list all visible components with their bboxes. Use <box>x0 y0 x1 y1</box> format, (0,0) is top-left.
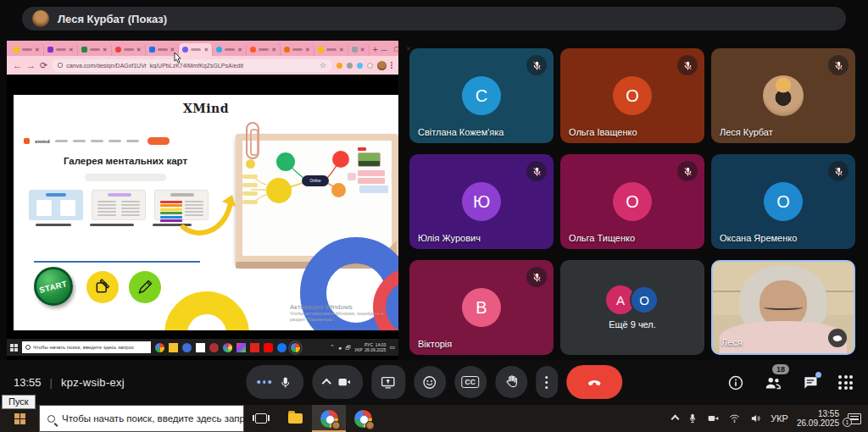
search-placeholder: Чтобы начать поиск, введите здесь запрос <box>62 413 255 424</box>
shared-taskbar-icon <box>223 343 232 352</box>
end-call-button[interactable] <box>566 365 622 399</box>
captions-button[interactable]: CC <box>454 366 487 398</box>
participant-name: Вікторія <box>418 339 452 349</box>
more-participants-tile[interactable]: А О Ещё 9 чел. <box>560 260 704 355</box>
mic-muted-icon <box>677 55 698 75</box>
avatar: С <box>462 76 501 115</box>
participant-tile[interactable]: О Ольга Тищенко <box>560 154 704 249</box>
avatar: О <box>613 76 652 115</box>
shared-taskbar-icon <box>196 343 205 352</box>
presenter-name: Леся Курбат (Показ) <box>58 13 167 25</box>
present-icon <box>380 374 396 390</box>
tab-close-icon: ✕ <box>69 47 74 53</box>
participant-name: Ольга Тищенко <box>569 233 635 243</box>
mindmap-branch <box>242 200 258 204</box>
grid-icon <box>838 375 853 390</box>
mic-muted-icon <box>677 161 698 181</box>
chat-button[interactable] <box>802 374 819 391</box>
browser-tab: ✕ <box>213 43 247 56</box>
chrome-button[interactable] <box>346 405 380 432</box>
url-text: canva.com/design/DAGxf1UVr_kg/UPbLzK74IM… <box>66 63 243 69</box>
tab-title <box>326 48 337 51</box>
participant-tile[interactable]: С Світлана Кожем'яка <box>409 48 554 143</box>
note-icon-button <box>86 271 119 303</box>
reactions-button[interactable] <box>414 366 446 398</box>
activities-button[interactable] <box>838 375 853 390</box>
picture-in-picture-button[interactable] <box>828 329 847 347</box>
raise-hand-button[interactable] <box>495 366 527 398</box>
presentation-slide: XMind xmind Галерея ментальних карт <box>14 95 398 330</box>
nav-item <box>126 140 139 142</box>
mic-options-icon[interactable] <box>257 380 271 384</box>
tab-favicon <box>149 47 155 53</box>
divider-line <box>34 261 200 263</box>
tray-volume-icon[interactable] <box>749 413 762 424</box>
file-explorer-button[interactable] <box>278 405 312 432</box>
language-indicator[interactable]: УКР <box>771 413 788 424</box>
tab-title <box>292 48 303 51</box>
cc-icon: CC <box>462 376 479 388</box>
avatar: Ю <box>462 182 501 221</box>
participant-name: Леся Курбат <box>720 127 773 137</box>
chrome-icon <box>354 410 372 428</box>
mic-button[interactable] <box>246 365 303 399</box>
camera-button[interactable] <box>312 365 363 399</box>
browser-tab: ✕ <box>314 43 348 56</box>
meet-control-bar: 13:55 | kpz-wsib-exj CC <box>0 360 868 405</box>
self-view-tile[interactable]: Леся <box>711 260 855 355</box>
tab-favicon <box>182 47 188 53</box>
participants-count-badge: 18 <box>772 364 789 374</box>
chrome-icon <box>320 410 338 428</box>
participant-name: Світлана Кожем'яка <box>418 127 504 137</box>
taskbar-search-box[interactable]: Чтобы начать поиск, введите здесь запрос <box>39 405 244 432</box>
meeting-details-button[interactable] <box>727 374 744 391</box>
template-card <box>29 190 83 220</box>
nav-item <box>91 140 103 142</box>
tab-favicon <box>47 47 53 53</box>
notification-center-icon[interactable]: 1 <box>848 413 861 424</box>
tab-close-icon: ✕ <box>136 47 142 53</box>
divider: | <box>50 376 53 389</box>
shared-taskbar-icon <box>250 343 259 352</box>
present-screen-button[interactable] <box>371 365 405 399</box>
tab-favicon <box>318 47 324 53</box>
tray-network-icon[interactable] <box>728 413 741 424</box>
browser-tab: ✕ <box>112 43 146 56</box>
avatar: О <box>613 182 652 221</box>
participant-tile[interactable]: Леся Курбат <box>711 48 855 143</box>
extension-icon <box>357 63 363 69</box>
tab-title <box>191 48 201 51</box>
template-card <box>92 190 146 220</box>
chrome-button-active[interactable] <box>312 405 346 432</box>
tab-favicon <box>14 47 19 53</box>
mindmap-branch <box>242 191 258 196</box>
tab-title <box>225 48 235 51</box>
task-view-button[interactable] <box>244 405 278 432</box>
participant-tile[interactable]: О Ольга Іващенко <box>560 48 704 143</box>
tab-close-icon: ✕ <box>103 47 108 53</box>
browser-tab-active: ✕ <box>179 43 213 56</box>
reload-icon: ⟳ <box>40 60 47 71</box>
participant-grid: С Світлана Кожем'яка О Ольга Іващенко Ле… <box>409 48 855 355</box>
participant-tile[interactable]: В Вікторія <box>409 260 554 355</box>
tab-title <box>22 48 32 51</box>
camera-options-icon[interactable] <box>321 379 331 388</box>
clock[interactable]: 13:55 26.09.2025 <box>797 409 839 428</box>
tray-mic-icon[interactable] <box>687 413 698 424</box>
mic-muted-icon <box>526 267 547 287</box>
task-view-icon <box>255 413 267 424</box>
participant-name: Ольга Іващенко <box>569 127 637 137</box>
tray-camera-icon[interactable] <box>707 413 720 424</box>
participant-tile[interactable]: О Оксана Яременко <box>711 154 855 249</box>
participant-tile[interactable]: Ю Юлія Журович <box>409 154 554 249</box>
bookmark-star-icon: ☆ <box>320 61 326 69</box>
window-minimize-icon: — <box>381 47 387 53</box>
participants-button[interactable]: 18 <box>764 374 782 392</box>
mic-muted-icon <box>526 55 547 75</box>
tab-favicon <box>216 47 222 53</box>
windows-taskbar: Чтобы начать поиск, введите здесь запрос… <box>0 405 868 432</box>
participant-name: Оксана Яременко <box>720 233 797 243</box>
tray-expand-icon[interactable] <box>671 414 680 423</box>
mindmap-branch <box>242 174 258 179</box>
more-options-button[interactable] <box>536 366 558 398</box>
